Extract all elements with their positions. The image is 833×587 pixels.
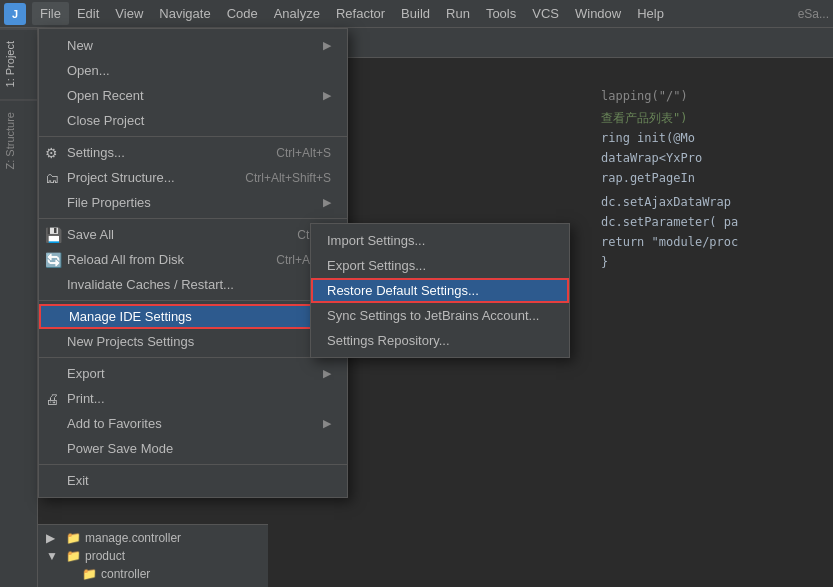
menu-item-manage-ide-settings[interactable]: Manage IDE Settings ▶ [39,304,347,329]
arrow-icon: ▶ [323,39,331,52]
file-tree: ▶ 📁 manage.controller ▼ 📁 product 📁 cont… [38,524,268,587]
menu-item-save-all[interactable]: 💾 Save All Ctrl+S [39,222,347,247]
ide-settings-submenu: Import Settings... Export Settings... Re… [310,223,570,358]
menu-refactor[interactable]: Refactor [328,2,393,25]
menu-run[interactable]: Run [438,2,478,25]
submenu-import-settings[interactable]: Import Settings... [311,228,569,253]
submenu-restore-default[interactable]: Restore Default Settings... [311,278,569,303]
menu-window[interactable]: Window [567,2,629,25]
menu-item-open-recent[interactable]: Open Recent ▶ [39,83,347,108]
submenu-export-settings[interactable]: Export Settings... [311,253,569,278]
app-icon: J [4,3,26,25]
arrow-icon: ▶ [323,417,331,430]
menu-tools[interactable]: Tools [478,2,524,25]
separator [39,464,347,465]
separator [39,218,347,219]
menu-item-settings[interactable]: ⚙ Settings... Ctrl+Alt+S [39,140,347,165]
menu-edit[interactable]: Edit [69,2,107,25]
arrow-icon: ▶ [323,89,331,102]
menu-item-open[interactable]: Open... [39,58,347,83]
separator [39,300,347,301]
submenu-sync-settings[interactable]: Sync Settings to JetBrains Account... [311,303,569,328]
menu-item-reload[interactable]: 🔄 Reload All from Disk Ctrl+Alt+Y [39,247,347,272]
menu-item-invalidate[interactable]: Invalidate Caches / Restart... [39,272,347,297]
menu-item-exit[interactable]: Exit [39,468,347,493]
menu-view[interactable]: View [107,2,151,25]
arrow-icon: ▶ [323,367,331,380]
menu-code[interactable]: Code [219,2,266,25]
menu-item-new-projects-settings[interactable]: New Projects Settings ▶ [39,329,347,354]
menu-item-close-project[interactable]: Close Project [39,108,347,133]
tree-item-controller[interactable]: 📁 controller [38,565,268,583]
tree-item-product[interactable]: ▼ 📁 product [38,547,268,565]
menu-vcs[interactable]: VCS [524,2,567,25]
print-icon: 🖨 [45,391,59,407]
file-dropdown-menu: New ▶ Open... Open Recent ▶ Close Projec… [38,28,348,498]
save-icon: 💾 [45,227,62,243]
menu-item-power-save[interactable]: Power Save Mode [39,436,347,461]
reload-icon: 🔄 [45,252,62,268]
menu-item-add-to-favorites[interactable]: Add to Favorites ▶ [39,411,347,436]
separator [39,357,347,358]
menu-item-file-properties[interactable]: File Properties ▶ [39,190,347,215]
menu-item-new[interactable]: New ▶ [39,33,347,58]
sidebar-tab-structure[interactable]: Z: Structure [0,99,37,181]
menu-item-export[interactable]: Export ▶ [39,361,347,386]
arrow-icon: ▶ [323,196,331,209]
menu-item-print[interactable]: 🖨 Print... [39,386,347,411]
sidebar-tab-project[interactable]: 1: Project [0,28,37,99]
menu-bar: J File Edit View Navigate Code Analyze R… [0,0,833,28]
menu-build[interactable]: Build [393,2,438,25]
separator [39,136,347,137]
menu-file[interactable]: File [32,2,69,25]
left-sidebar: 1: Project Z: Structure [0,28,38,587]
menu-help[interactable]: Help [629,2,672,25]
settings-icon: ⚙ [45,145,58,161]
tree-item-manage-controller[interactable]: ▶ 📁 manage.controller [38,529,268,547]
submenu-settings-repo[interactable]: Settings Repository... [311,328,569,353]
app-title-right: eSa... [798,7,829,21]
menu-navigate[interactable]: Navigate [151,2,218,25]
menu-analyze[interactable]: Analyze [266,2,328,25]
menu-item-project-structure[interactable]: 🗂 Project Structure... Ctrl+Alt+Shift+S [39,165,347,190]
project-structure-icon: 🗂 [45,170,59,186]
extra-code-right: lapping("/") 查看产品列表") ring init(@Mo data… [593,78,833,280]
